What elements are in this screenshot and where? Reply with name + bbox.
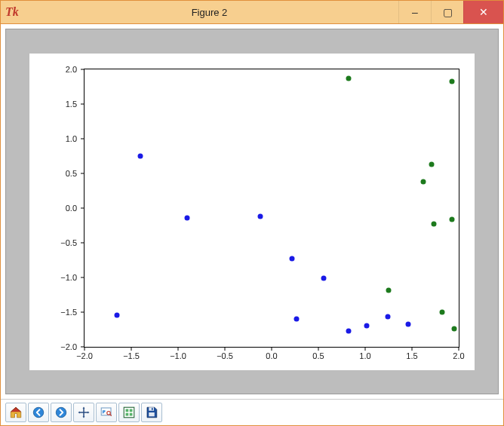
x-tick-label: −0.5 xyxy=(217,351,233,360)
x-tick-mark xyxy=(365,347,366,351)
tk-icon: Tk xyxy=(5,5,20,19)
x-tick-label: −2.0 xyxy=(76,351,93,360)
svg-rect-6 xyxy=(126,409,129,412)
svg-rect-10 xyxy=(149,407,154,411)
y-tick-label: −1.5 xyxy=(60,308,77,317)
x-tick-label: 2.0 xyxy=(453,351,464,360)
minimize-button[interactable]: – xyxy=(398,1,431,23)
data-point-green xyxy=(420,179,426,184)
data-point-blue xyxy=(290,256,295,261)
y-tick-label: −0.5 xyxy=(60,238,77,247)
x-tick-label: 0.5 xyxy=(312,351,324,360)
close-button[interactable]: ✕ xyxy=(463,1,503,23)
data-point-green xyxy=(431,221,436,226)
x-tick-label: 1.5 xyxy=(406,351,417,360)
data-point-blue xyxy=(346,329,351,334)
svg-rect-8 xyxy=(126,413,129,416)
x-tick-label: −1.5 xyxy=(123,351,140,360)
pan-icon xyxy=(77,406,91,419)
data-point-blue xyxy=(321,276,327,281)
data-point-green xyxy=(450,79,455,84)
y-tick-label: 2.0 xyxy=(66,65,77,74)
svg-point-0 xyxy=(33,407,44,418)
y-tick-mark xyxy=(81,346,85,347)
save-button[interactable] xyxy=(141,403,162,422)
y-tick-mark xyxy=(81,69,85,69)
data-point-blue xyxy=(385,314,390,319)
data-point-blue xyxy=(138,154,143,159)
zoom-button[interactable] xyxy=(96,403,117,422)
back-button[interactable] xyxy=(28,403,49,422)
home-icon xyxy=(9,406,23,419)
data-point-green xyxy=(346,76,351,81)
y-tick-mark xyxy=(81,277,85,277)
home-button[interactable] xyxy=(5,403,26,422)
x-tick-mark xyxy=(272,347,272,351)
data-point-green xyxy=(429,162,435,167)
data-point-green xyxy=(439,309,444,314)
svg-rect-5 xyxy=(124,407,134,418)
pan-button[interactable] xyxy=(73,403,94,422)
window-controls: – ▢ ✕ xyxy=(398,1,503,23)
x-tick-mark xyxy=(459,347,459,351)
subplots-button[interactable] xyxy=(118,403,140,422)
y-tick-mark xyxy=(81,207,85,208)
y-tick-mark xyxy=(81,138,85,139)
svg-rect-11 xyxy=(152,408,153,410)
x-tick-label: −1.0 xyxy=(170,351,186,360)
data-point-green xyxy=(386,287,392,293)
window-title: Figure 2 xyxy=(20,7,398,18)
x-tick-label: 1.0 xyxy=(359,351,370,360)
x-tick-mark xyxy=(178,347,179,351)
back-icon xyxy=(32,406,45,419)
y-tick-label: 0.0 xyxy=(66,204,77,213)
y-tick-label: −1.0 xyxy=(60,273,77,282)
data-point-blue xyxy=(258,213,263,219)
figure-canvas[interactable]: −2.0−1.5−1.0−0.50.00.51.01.52.0−2.0−1.5−… xyxy=(5,29,499,394)
titlebar[interactable]: Tk Figure 2 – ▢ ✕ xyxy=(1,1,503,24)
y-tick-label: −2.0 xyxy=(60,342,77,351)
data-point-blue xyxy=(294,316,300,321)
data-point-green xyxy=(451,326,456,331)
y-tick-mark xyxy=(81,173,85,173)
data-point-blue xyxy=(185,216,190,221)
svg-point-1 xyxy=(56,407,66,418)
svg-rect-7 xyxy=(130,409,133,412)
x-tick-mark xyxy=(131,347,132,351)
data-point-green xyxy=(450,217,455,222)
y-tick-label: 0.5 xyxy=(66,169,77,178)
x-tick-mark xyxy=(412,347,413,351)
y-tick-mark xyxy=(81,311,85,312)
y-tick-label: 1.5 xyxy=(66,100,77,109)
zoom-icon xyxy=(100,406,113,419)
plot-background: −2.0−1.5−1.0−0.50.00.51.01.52.0−2.0−1.5−… xyxy=(29,54,475,370)
save-icon xyxy=(145,406,158,419)
content-area: −2.0−1.5−1.0−0.50.00.51.01.52.0−2.0−1.5−… xyxy=(1,24,503,399)
forward-icon xyxy=(54,406,68,419)
y-tick-label: 1.0 xyxy=(66,134,77,143)
y-tick-mark xyxy=(81,103,85,104)
axes: −2.0−1.5−1.0−0.50.00.51.01.52.0−2.0−1.5−… xyxy=(84,69,459,348)
x-tick-mark xyxy=(318,347,319,351)
data-point-blue xyxy=(364,323,370,328)
subplots-icon xyxy=(122,406,136,419)
data-point-blue xyxy=(115,313,120,318)
svg-rect-9 xyxy=(130,413,133,416)
matplotlib-toolbar xyxy=(1,399,503,425)
svg-rect-12 xyxy=(149,412,155,416)
x-tick-mark xyxy=(85,347,85,351)
app-window: Tk Figure 2 – ▢ ✕ −2.0−1.5−1.0−0.50.00.5… xyxy=(0,0,504,426)
x-tick-label: 0.0 xyxy=(266,351,277,360)
forward-button[interactable] xyxy=(51,403,72,422)
x-tick-mark xyxy=(225,347,226,351)
data-point-blue xyxy=(406,322,411,327)
y-tick-mark xyxy=(81,242,85,243)
maximize-button[interactable]: ▢ xyxy=(431,1,463,23)
